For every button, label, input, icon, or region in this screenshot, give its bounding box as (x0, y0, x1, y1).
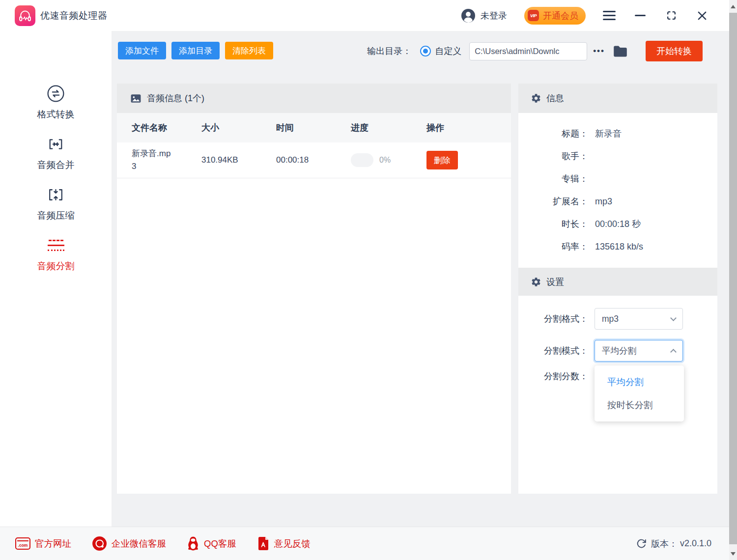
website-com-icon: .com (15, 537, 30, 550)
col-file-name: 文件名称 (132, 122, 201, 134)
vertical-scrollbar (729, 0, 737, 560)
progress-percent: 0% (379, 156, 391, 165)
sidebar-item-audio-merge[interactable]: 音频合并 (0, 134, 112, 171)
audio-split-icon (47, 235, 65, 255)
custom-output-radio[interactable] (420, 46, 431, 56)
official-website-label: 官方网址 (35, 537, 71, 550)
start-convert-button[interactable]: 开始转换 (646, 41, 703, 61)
info-label-album: 专辑： (518, 173, 588, 185)
output-dir-label: 输出目录： (367, 45, 411, 57)
info-value-bitrate: 135618 kb/s (595, 242, 643, 252)
refresh-icon[interactable] (636, 538, 647, 549)
official-website-link[interactable]: .com 官方网址 (15, 537, 71, 550)
feedback-doc-icon (257, 536, 270, 551)
info-section-title: 信息 (546, 92, 564, 104)
dropdown-option-average-split[interactable]: 平均分割 (595, 370, 684, 393)
version-area: 版本：v2.0.1.0 (636, 538, 711, 550)
hamburger-icon (603, 11, 616, 21)
file-size-cell: 310.94KB (201, 155, 276, 165)
info-section-header: 信息 (518, 84, 717, 113)
sidebar-item-format-convert[interactable]: 格式转换 (0, 84, 112, 121)
app-title: 优速音频处理器 (40, 9, 108, 22)
split-format-label: 分割格式： (518, 313, 588, 325)
right-panel: 信息 标题：新录音 歌手： 专辑： 扩展名：mp3 时长：00:00:18 秒 … (518, 84, 717, 494)
menu-button[interactable] (602, 8, 617, 23)
info-label-duration: 时长： (518, 218, 588, 230)
split-format-select[interactable]: mp3 (595, 308, 683, 330)
scrollbar-down-button[interactable] (729, 548, 737, 559)
scrollbar-thumb[interactable] (729, 13, 737, 544)
file-name-cell: 新录音.mp3 (132, 147, 172, 173)
sidebar-item-audio-split[interactable]: 音频分割 (0, 235, 112, 273)
sidebar-item-label: 音频分割 (37, 260, 75, 273)
split-count-label: 分割分数： (518, 370, 588, 382)
maximize-button[interactable] (664, 8, 679, 23)
image-icon (130, 93, 142, 104)
chevron-down-icon (670, 315, 677, 321)
sidebar-item-audio-compress[interactable]: 音频压缩 (0, 185, 112, 222)
custom-output-label: 自定义 (435, 45, 461, 57)
footer: .com 官方网址 企业微信客服 QQ客服 意 (0, 527, 737, 560)
settings-section-header: 设置 (518, 268, 717, 296)
arrow-down-icon (731, 552, 736, 556)
sidebar: 格式转换 音频合并 音频压缩 (0, 31, 112, 527)
arrow-up-icon (731, 5, 736, 8)
settings-section-title: 设置 (546, 276, 564, 288)
format-convert-icon (46, 84, 66, 104)
open-vip-button[interactable]: VIP 开通会员 (524, 7, 586, 25)
feedback-label: 意见反馈 (274, 537, 311, 550)
action-cell: 删除 (426, 151, 511, 169)
progress-bar (351, 153, 373, 167)
dropdown-option-by-duration[interactable]: 按时长分割 (595, 393, 684, 417)
audio-info-title: 音频信息 (1个) (147, 92, 204, 104)
browse-more-button[interactable]: ••• (593, 46, 605, 56)
add-file-button[interactable]: 添加文件 (118, 42, 166, 59)
table-row: 新录音.mp3 310.94KB 00:00:18 0% 删除 (117, 142, 511, 178)
gear-icon (531, 93, 541, 104)
version-value: v2.0.1.0 (680, 538, 711, 549)
chevron-up-icon (670, 349, 677, 355)
user-avatar-icon[interactable] (461, 9, 475, 23)
titlebar: 优速音频处理器 未登录 VIP 开通会员 (0, 0, 737, 31)
app-window: 优速音频处理器 未登录 VIP 开通会员 (0, 0, 737, 560)
audio-merge-icon (46, 134, 66, 154)
sidebar-item-label: 音频压缩 (37, 209, 75, 222)
clear-list-button[interactable]: 清除列表 (225, 42, 273, 59)
close-icon (697, 10, 708, 21)
info-label-title: 标题： (518, 128, 588, 140)
close-button[interactable] (695, 8, 709, 23)
open-folder-icon[interactable] (613, 45, 628, 58)
scrollbar-up-button[interactable] (729, 1, 737, 12)
info-label-artist: 歌手： (518, 150, 588, 162)
col-progress: 进度 (351, 122, 426, 134)
info-value-title: 新录音 (595, 128, 622, 140)
split-mode-dropdown: 平均分割 按时长分割 (595, 365, 684, 421)
audio-compress-icon (46, 185, 66, 205)
split-mode-select[interactable]: 平均分割 (595, 340, 683, 362)
login-status[interactable]: 未登录 (481, 10, 507, 22)
col-action: 操作 (426, 122, 511, 134)
version-label: 版本： (651, 538, 678, 550)
app-logo-headphones-icon (15, 5, 35, 26)
sidebar-item-label: 格式转换 (37, 108, 75, 121)
info-value-extension: mp3 (595, 196, 612, 207)
qq-penguin-icon (187, 536, 199, 551)
qq-support-link[interactable]: QQ客服 (187, 536, 236, 551)
info-label-extension: 扩展名： (518, 196, 588, 207)
qq-support-label: QQ客服 (204, 537, 236, 550)
split-mode-label: 分割模式： (518, 345, 588, 357)
maximize-icon (666, 10, 677, 21)
sidebar-item-label: 音频合并 (37, 159, 75, 171)
output-path-input[interactable] (469, 42, 587, 60)
minimize-button[interactable] (633, 8, 648, 23)
minimize-icon (635, 15, 646, 16)
col-size: 大小 (201, 122, 276, 134)
wechat-support-link[interactable]: 企业微信客服 (92, 536, 166, 551)
vip-label: 开通会员 (543, 10, 578, 22)
wechat-icon (92, 536, 107, 551)
add-directory-button[interactable]: 添加目录 (171, 42, 220, 59)
delete-button[interactable]: 删除 (426, 151, 458, 169)
file-time-cell: 00:00:18 (276, 155, 351, 165)
feedback-link[interactable]: 意见反馈 (257, 536, 311, 551)
toolbar: 添加文件 添加目录 清除列表 输出目录： 自定义 ••• 开始转换 (112, 31, 737, 73)
